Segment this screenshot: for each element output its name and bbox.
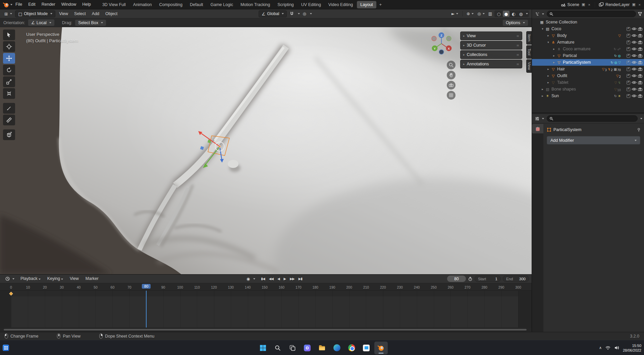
render-camera-icon[interactable] — [638, 27, 642, 31]
visibility-eye-icon[interactable] — [632, 94, 637, 98]
shading-options-caret-icon[interactable] — [526, 13, 528, 14]
panel-collections[interactable]: ▸ Collections ≡ — [460, 50, 522, 59]
drag-setting-dropdown[interactable]: Select Box — [75, 19, 106, 26]
zoom-button[interactable] — [447, 61, 455, 69]
sidebar-tab-item[interactable]: Item — [526, 31, 532, 45]
outliner-badge-icon[interactable]: ▽2 — [616, 74, 621, 78]
visibility-eye-icon[interactable] — [632, 34, 637, 37]
remove-view-layer-button[interactable]: × — [638, 3, 641, 7]
axis-negative-z-handle[interactable] — [439, 50, 444, 54]
expand-arrow-icon[interactable]: ▾ — [546, 41, 550, 44]
search-button[interactable] — [271, 342, 284, 354]
panel-3d-cursor[interactable]: ▸ 3D Cursor ≡ — [460, 41, 522, 50]
outliner-item-label[interactable]: Armature — [557, 40, 574, 45]
play-reverse-button[interactable]: ◀ — [276, 277, 281, 281]
render-camera-icon[interactable] — [638, 61, 642, 64]
playhead-line[interactable] — [146, 291, 147, 328]
visibility-eye-icon[interactable] — [632, 74, 637, 77]
outliner-row[interactable]: ▾ ▧ Coco — [532, 25, 644, 32]
tool-move[interactable] — [3, 53, 15, 64]
snap-toggle-button[interactable] — [288, 11, 296, 17]
keying-menu[interactable]: Keying — [44, 274, 66, 283]
pan-button[interactable] — [447, 71, 455, 79]
new-scene-button[interactable]: ▣ — [581, 2, 586, 7]
selectable-checkbox[interactable] — [627, 54, 630, 58]
render-camera-icon[interactable] — [638, 94, 642, 98]
add-workspace-button[interactable]: + — [377, 2, 384, 8]
outliner-row[interactable]: ▸ ▽ Body ▽ — [532, 32, 644, 39]
proportional-edit-caret-icon[interactable] — [310, 13, 312, 14]
selectable-checkbox[interactable] — [627, 74, 630, 78]
tool-annotate[interactable] — [3, 103, 15, 114]
visibility-eye-icon[interactable] — [632, 54, 637, 57]
viewport-menu-item[interactable]: View — [56, 9, 71, 18]
outliner-item-label[interactable]: ParticalSystem — [563, 60, 591, 65]
auto-keying-button[interactable]: ◉ — [245, 276, 252, 282]
outliner-badge-icon[interactable]: ▽ — [618, 61, 621, 64]
outliner-item-label[interactable]: Partical — [563, 53, 577, 58]
visibility-eye-icon[interactable] — [632, 81, 637, 84]
playhead-badge[interactable]: 80 — [142, 284, 151, 289]
render-camera-icon[interactable] — [638, 54, 642, 58]
viewport-menu-item[interactable]: Object — [102, 9, 120, 18]
outliner-row[interactable]: ▸ ☀ Sun ↻☀ — [532, 93, 644, 99]
outliner-badge-icon[interactable]: ↻ — [613, 47, 616, 51]
properties-tab-texture[interactable]: ▦ — [532, 124, 543, 133]
topbar-menu-item[interactable]: File — [12, 0, 25, 9]
outliner-row[interactable]: ▸ ▽ Hair ▽3↯2▦70 — [532, 66, 644, 72]
outliner-row[interactable]: ▸ ▽ Partical ↻◍ — [532, 52, 644, 59]
shading-material-button[interactable]: ◐ — [510, 11, 517, 17]
outliner-row[interactable]: ▸ ▽ Outfit ▽2 — [532, 72, 644, 79]
prev-keyframe-button[interactable]: ◀◀ — [267, 277, 275, 281]
timeline-ruler[interactable]: 0102030405060708090100110120130140150160… — [0, 283, 532, 291]
workspace-tab[interactable]: Layout — [357, 1, 376, 8]
selectable-checkbox[interactable] — [627, 81, 630, 84]
expand-arrow-icon[interactable]: ▸ — [540, 87, 545, 91]
visibility-eye-icon[interactable] — [632, 87, 637, 91]
new-view-layer-button[interactable]: ▣ — [631, 2, 636, 7]
shading-wireframe-button[interactable]: ○ — [495, 11, 502, 17]
expand-arrow-icon[interactable]: ▸ — [552, 61, 556, 64]
workspace-tab[interactable]: Scripting — [274, 1, 297, 8]
volume-icon[interactable] — [614, 345, 620, 350]
outliner-badge-icon[interactable]: ▦70 — [614, 67, 621, 71]
task-view-button[interactable] — [286, 342, 299, 354]
navigation-gizmo[interactable]: Z X Y — [427, 28, 455, 57]
properties-editor-type-button[interactable] — [534, 116, 545, 122]
selectable-checkbox[interactable] — [627, 27, 630, 31]
outliner-item-label[interactable]: Coco — [551, 26, 561, 31]
outliner-badge-icon[interactable]: ↻ — [610, 61, 613, 64]
proportional-edit-button[interactable]: ◎ — [301, 11, 307, 17]
workspace-tab[interactable]: Video Editing — [325, 1, 356, 8]
mode-dropdown[interactable]: □ Object Mode — [15, 10, 55, 17]
panel-annotations[interactable]: ▸ Annotations ≡ — [460, 60, 522, 68]
render-camera-icon[interactable] — [638, 87, 642, 91]
tool-scale[interactable] — [3, 76, 15, 87]
keying-popover-caret-icon[interactable] — [253, 278, 255, 280]
tool-transform[interactable] — [3, 88, 15, 99]
topbar-menu-item[interactable]: Help — [79, 0, 94, 9]
expand-arrow-icon[interactable]: ▸ — [546, 34, 550, 37]
outliner-item-label[interactable]: Coco armature — [563, 47, 591, 51]
edge-button[interactable] — [330, 342, 343, 354]
start-frame-field[interactable]: Start 1 — [475, 276, 501, 282]
render-camera-icon[interactable] — [638, 47, 642, 51]
snap-options-caret-icon[interactable] — [298, 13, 300, 14]
sidebar-tab-tool[interactable]: Tool — [526, 45, 532, 59]
visibility-eye-icon[interactable] — [632, 27, 637, 31]
outliner-item-label[interactable]: Sun — [551, 94, 559, 98]
shading-solid-button[interactable]: ● — [503, 11, 509, 17]
render-camera-icon[interactable] — [638, 81, 642, 84]
workspace-tab[interactable]: Compositing — [156, 1, 185, 8]
transform-orientation-dropdown[interactable]: ∠ Global — [259, 10, 287, 17]
selectable-checkbox[interactable] — [627, 34, 630, 38]
chrome-button[interactable] — [345, 342, 358, 354]
workspace-tab[interactable]: 3D View Full — [99, 1, 129, 8]
topbar-menu-item[interactable]: Edit — [25, 0, 39, 9]
next-keyframe-button[interactable]: ▶▶ — [288, 277, 296, 281]
visibility-eye-icon[interactable] — [632, 47, 637, 51]
render-camera-icon[interactable] — [638, 74, 642, 78]
outliner-badge-icon[interactable]: ▽10 — [614, 87, 621, 91]
workspace-tab[interactable]: Default — [186, 1, 207, 8]
sidebar-tab-view[interactable]: View — [526, 59, 532, 73]
